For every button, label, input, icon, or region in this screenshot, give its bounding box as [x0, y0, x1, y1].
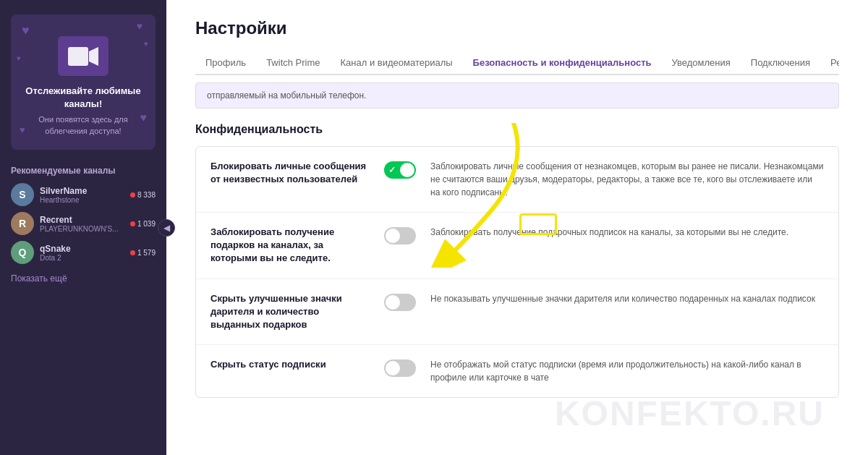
toggle-switch[interactable] [384, 294, 416, 311]
recommended-section-title: Рекомендуемые каналы [11, 166, 116, 176]
toggle-switch[interactable] [384, 227, 416, 244]
tab-безопасность-и-конфиденциальность[interactable]: Безопасность и конфиденциальность [463, 51, 662, 75]
main-content: Настройки ПрофильTwitch PrimeКанал и вид… [166, 0, 868, 455]
channel-item[interactable]: S SilverName Hearthstone 8 338 [11, 183, 156, 206]
setting-row: Заблокировать получение подарков на кана… [196, 213, 838, 279]
channel-avatar: Q [11, 241, 34, 264]
show-more-link[interactable]: Показать ещё [11, 273, 67, 284]
setting-label-col: Скрыть улучшенные значки дарителя и коли… [210, 292, 370, 332]
channel-game: PLAYERUNKNOWN'S... [40, 225, 130, 233]
setting-label: Заблокировать получение подарков на кана… [210, 226, 370, 265]
channel-game: Dota 2 [40, 254, 130, 262]
tab-профиль[interactable]: Профиль [195, 51, 256, 75]
channel-name: qSnake [40, 244, 130, 254]
setting-toggle-col [384, 226, 416, 244]
toggle-knob [386, 229, 400, 243]
channel-game: Hearthstone [40, 196, 130, 204]
setting-row: Скрыть статус подписки Не отображать мой… [196, 345, 838, 397]
setting-label: Скрыть статус подписки [210, 358, 370, 371]
toggle-switch[interactable] [384, 360, 416, 377]
svg-marker-1 [89, 47, 98, 66]
partial-message-bar: отправляемый на мобильный телефон. [195, 82, 839, 109]
banner-title: Отслеживайте любимые каналы! [22, 85, 145, 111]
svg-rect-0 [68, 47, 88, 66]
heart-icon: ♥ [144, 40, 148, 48]
heart-icon: ♥ [22, 23, 30, 38]
setting-label: Блокировать личные сообщения от неизвест… [210, 160, 370, 186]
setting-description: Заблокировать получение подарочных подпи… [430, 226, 824, 239]
setting-toggle-col [384, 160, 416, 179]
toggle-knob [400, 163, 414, 177]
channel-name: Recrent [40, 215, 130, 225]
banner-subtitle: Они появятся здесь для облегчения доступ… [22, 114, 145, 137]
sidebar-collapse-button[interactable]: ◀ [158, 219, 175, 237]
channel-list: S SilverName Hearthstone 8 338 R Recrent… [11, 183, 156, 270]
privacy-settings-card: Блокировать личные сообщения от неизвест… [195, 146, 839, 398]
tab-уведомления[interactable]: Уведомления [662, 51, 741, 75]
video-icon-box [58, 36, 109, 76]
watermark: KONFEKTO.RU [555, 394, 825, 433]
settings-tabs: ПрофильTwitch PrimeКанал и видеоматериал… [195, 51, 839, 75]
tab-канал-и-видеоматериалы[interactable]: Канал и видеоматериалы [331, 51, 463, 75]
channel-viewers: 8 338 [130, 191, 156, 199]
sidebar-banner: ♥ ♥ ♥ ♥ ♥ ♥ Отслеживайте любимые каналы!… [11, 14, 156, 150]
page-title: Настройки [195, 18, 839, 38]
setting-label-col: Заблокировать получение подарков на кана… [210, 226, 370, 265]
live-dot [130, 192, 135, 197]
channel-item[interactable]: Q qSnake Dota 2 1 579 [11, 241, 156, 264]
channel-info: SilverName Hearthstone [40, 186, 130, 204]
channel-info: qSnake Dota 2 [40, 244, 130, 262]
setting-label-col: Скрыть статус подписки [210, 358, 370, 371]
live-dot [130, 250, 135, 255]
setting-toggle-col [384, 358, 416, 377]
tab-twitch-prime[interactable]: Twitch Prime [256, 51, 330, 75]
channel-avatar: R [11, 212, 34, 235]
setting-description: Не показывать улучшенные значки дарителя… [430, 292, 824, 305]
setting-row: Блокировать личные сообщения от неизвест… [196, 147, 838, 213]
setting-description: Не отображать мой статус подписки (время… [430, 358, 824, 384]
setting-label-col: Блокировать личные сообщения от неизвест… [210, 160, 370, 186]
setting-description: Заблокировать личные сообщения от незнак… [430, 160, 824, 199]
channel-viewers: 1 579 [130, 249, 156, 257]
setting-row: Скрыть улучшенные значки дарителя и коли… [196, 279, 838, 346]
live-dot [130, 221, 135, 226]
heart-icon: ♥ [137, 20, 142, 32]
toggle-knob [386, 361, 400, 375]
content-area: отправляемый на мобильный телефон. Конфи… [195, 75, 839, 398]
toggle-switch[interactable] [384, 161, 416, 179]
channel-viewers: 1 039 [130, 220, 156, 228]
toggle-knob [386, 295, 400, 310]
channel-avatar: S [11, 183, 34, 206]
tab-подключения[interactable]: Подключения [741, 51, 820, 75]
channel-info: Recrent PLAYERUNKNOWN'S... [40, 215, 130, 233]
tab-рекомендации[interactable]: Рекомендации [820, 51, 839, 75]
setting-toggle-col [384, 292, 416, 311]
heart-icon: ♥ [17, 54, 21, 62]
setting-label: Скрыть улучшенные значки дарителя и коли… [210, 292, 370, 332]
privacy-section-heading: Конфиденциальность [195, 123, 839, 136]
channel-name: SilverName [40, 186, 130, 196]
channel-item[interactable]: R Recrent PLAYERUNKNOWN'S... 1 039 [11, 212, 156, 235]
sidebar: ◀ ♥ ♥ ♥ ♥ ♥ ♥ Отслеживайте любимые канал… [0, 0, 166, 455]
